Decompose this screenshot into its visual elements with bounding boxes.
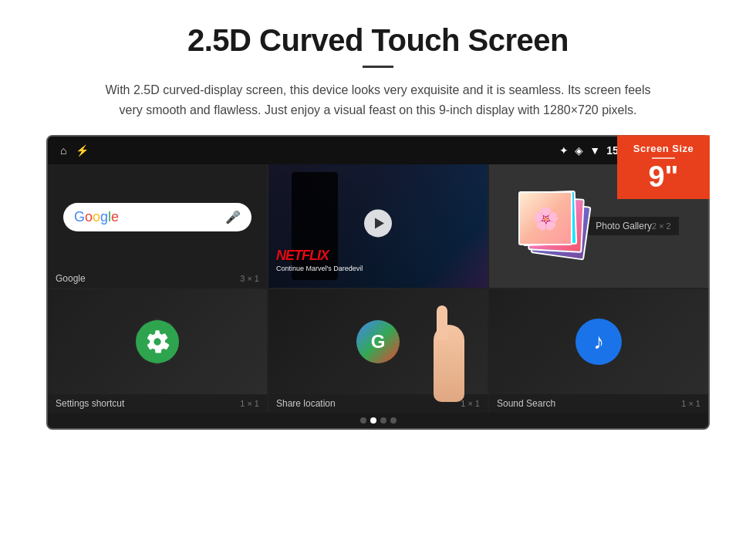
- settings-inner: ⚙: [48, 289, 267, 394]
- settings-label-bar: Settings shortcut 1 × 1: [48, 394, 267, 413]
- wifi-icon: ▼: [589, 144, 600, 157]
- location-icon: ◈: [575, 144, 583, 157]
- pagination-bar: [48, 413, 708, 428]
- netflix-text-overlay: NETFLIX Continue Marvel's Daredevil: [276, 248, 363, 272]
- sound-label-bar: Sound Search 1 × 1: [489, 394, 708, 413]
- badge-top-text: Screen Size: [628, 143, 699, 154]
- gear-svg: [145, 329, 170, 354]
- home-icon[interactable]: ⌂: [60, 144, 66, 157]
- netflix-brand: NETFLIX: [276, 248, 363, 264]
- pagination-dot-1[interactable]: [360, 417, 366, 424]
- gallery-label: Photo Gallery: [596, 221, 652, 231]
- music-note-icon: ♪: [593, 329, 604, 354]
- bluetooth-icon: ✦: [559, 144, 569, 157]
- google-maps-icon: G: [355, 319, 401, 365]
- screen-size-badge: Screen Size 9": [617, 135, 710, 199]
- device-screen: ⌂ ⚡ ✦ ◈ ▼ 15:06 ⊡ ◁ ⊠ ▭: [46, 135, 710, 430]
- page-container: 2.5D Curved Touch Screen With 2.5D curve…: [0, 0, 756, 445]
- sound-size: 1 × 1: [681, 399, 700, 408]
- share-location-app-cell[interactable]: G Share location: [268, 289, 488, 413]
- sound-main-icon: ♪: [575, 319, 622, 365]
- app-grid: Google 🎤 Google 3 × 1: [48, 164, 708, 413]
- google-search-box[interactable]: Google 🎤: [63, 203, 251, 231]
- hand-overlay: [403, 289, 488, 402]
- status-bar: ⌂ ⚡ ✦ ◈ ▼ 15:06 ⊡ ◁ ⊠ ▭: [48, 137, 708, 164]
- svg-text:G: G: [371, 331, 386, 352]
- gallery-size: 2 × 2: [652, 221, 671, 231]
- photo-stack: 🌸: [518, 191, 588, 261]
- mic-icon[interactable]: 🎤: [225, 210, 241, 224]
- google-inner: Google 🎤: [48, 164, 267, 269]
- pagination-dot-3[interactable]: [380, 417, 386, 424]
- title-divider: [363, 66, 393, 68]
- google-app-cell[interactable]: Google 🎤 Google 3 × 1: [48, 164, 267, 288]
- sound-label: Sound Search: [497, 398, 555, 409]
- screen-wrapper: Screen Size 9" ⌂ ⚡ ✦ ◈ ▼ 15:06 ⊡ ◁ ⊠: [46, 135, 710, 430]
- netflix-subtitle: Continue Marvel's Daredevil: [276, 265, 363, 272]
- description-text: With 2.5D curved-display screen, this de…: [100, 80, 656, 120]
- pagination-dot-4[interactable]: [390, 417, 397, 424]
- gallery-label-bar: Photo Gallery 2 × 2: [588, 217, 678, 235]
- share-inner: G: [268, 289, 488, 394]
- photo-item-flower: 🌸: [518, 191, 572, 245]
- settings-label: Settings shortcut: [56, 398, 124, 409]
- google-label: Google: [56, 273, 86, 284]
- settings-app-cell[interactable]: ⚙ Settings shortcut 1 × 1: [48, 289, 267, 413]
- badge-size: 9": [628, 162, 699, 191]
- netflix-bg: NETFLIX Continue Marvel's Daredevil: [268, 164, 488, 288]
- google-logo: Google: [74, 209, 119, 225]
- settings-main-icon: [136, 320, 179, 363]
- netflix-play-button[interactable]: [364, 210, 392, 238]
- maps-svg: G: [355, 319, 401, 365]
- share-label: Share location: [276, 398, 336, 409]
- pagination-dot-2[interactable]: [370, 417, 376, 424]
- google-size: 3 × 1: [240, 274, 259, 283]
- badge-divider: [652, 157, 675, 159]
- google-label-bar: Google 3 × 1: [48, 269, 267, 288]
- status-bar-left: ⌂ ⚡: [60, 144, 89, 157]
- page-title: 2.5D Curved Touch Screen: [46, 23, 710, 58]
- sound-search-app-cell[interactable]: ♪ ♪ Sound Search 1 × 1: [489, 289, 708, 413]
- sound-inner: ♪ ♪: [489, 289, 708, 394]
- netflix-app-cell[interactable]: NETFLIX Continue Marvel's Daredevil Netf…: [268, 164, 488, 288]
- settings-size: 1 × 1: [240, 399, 259, 408]
- usb-icon: ⚡: [76, 144, 89, 157]
- header-section: 2.5D Curved Touch Screen With 2.5D curve…: [46, 23, 710, 120]
